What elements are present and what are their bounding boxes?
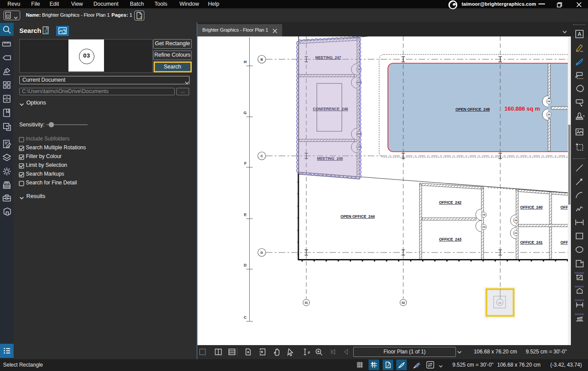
svg-text:240: 240 bbox=[514, 220, 518, 222]
svg-text:OPEN OFFICE 244: OPEN OFFICE 244 bbox=[341, 214, 375, 219]
svg-text:A: A bbox=[308, 350, 310, 355]
svg-text:03: 03 bbox=[498, 302, 502, 304]
svg-text:250: 250 bbox=[547, 114, 551, 116]
svg-text:E: E bbox=[244, 213, 247, 217]
svg-text:160.886 sq m: 160.886 sq m bbox=[505, 105, 540, 112]
svg-text:OFFICE 241: OFFICE 241 bbox=[520, 240, 542, 245]
svg-text:B: B bbox=[261, 58, 263, 61]
svg-text:OFFICE 2: OFFICE 2 bbox=[560, 240, 568, 245]
svg-text:249: 249 bbox=[547, 101, 551, 103]
svg-text:241: 241 bbox=[514, 232, 518, 234]
svg-text:OFFICE 2: OFFICE 2 bbox=[560, 205, 568, 209]
svg-text:D: D bbox=[244, 263, 247, 267]
svg-text:01: 01 bbox=[305, 301, 308, 304]
svg-text:G: G bbox=[244, 111, 247, 115]
svg-text:OPEN OFFICE 248: OPEN OFFICE 248 bbox=[455, 107, 490, 112]
svg-text:OFFICE 243: OFFICE 243 bbox=[439, 237, 461, 241]
svg-text:243: 243 bbox=[482, 226, 486, 228]
svg-text:A: A bbox=[577, 31, 581, 37]
svg-text:02: 02 bbox=[402, 301, 405, 304]
svg-text:D: D bbox=[261, 251, 263, 255]
svg-text:C: C bbox=[244, 315, 247, 320]
svg-text:242: 242 bbox=[482, 214, 486, 216]
svg-text:OFFICE 242: OFFICE 242 bbox=[439, 200, 461, 205]
svg-text:F: F bbox=[244, 161, 247, 166]
svg-text:OFFICE 240: OFFICE 240 bbox=[520, 205, 542, 209]
svg-text:H: H bbox=[244, 60, 247, 64]
svg-text:C: C bbox=[261, 154, 263, 158]
